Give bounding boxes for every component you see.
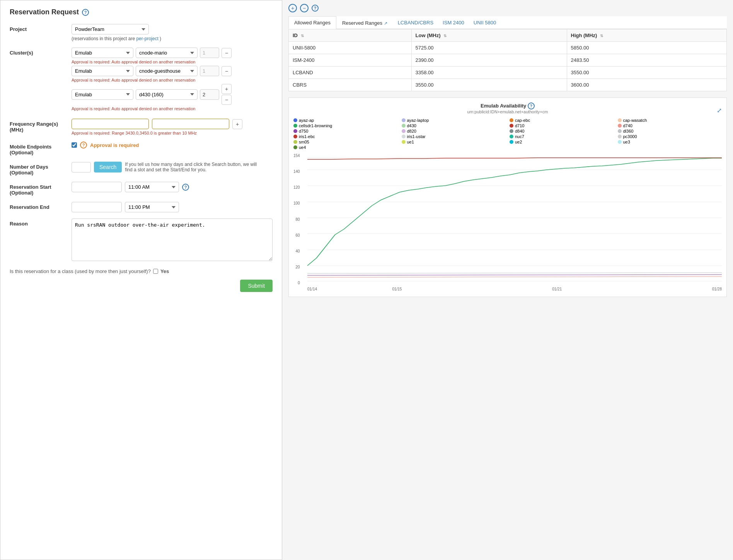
- legend-dot: [510, 135, 513, 138]
- class-yes-label: Yes: [160, 268, 169, 274]
- cluster-select-1[interactable]: Emulab: [72, 48, 133, 58]
- res-end-date[interactable]: 01/14/2025: [72, 202, 122, 212]
- legend-item: nuc7: [510, 134, 614, 139]
- cluster-select-2[interactable]: Emulab: [72, 66, 133, 76]
- legend-label: cap-ebc: [515, 118, 530, 123]
- res-end-time[interactable]: 11:00 PM: [125, 202, 179, 212]
- freq-add-button[interactable]: +: [232, 119, 242, 129]
- chart-help-icon[interactable]: ?: [312, 5, 319, 12]
- help-icon[interactable]: ?: [82, 9, 89, 16]
- legend-item: iris1-ebc: [293, 134, 398, 139]
- x-label-0121: 01/21: [552, 287, 562, 291]
- cluster-remove-1[interactable]: −: [222, 48, 232, 58]
- cell-high: 3600.00: [567, 79, 726, 91]
- cluster-count-up-3[interactable]: +: [222, 84, 232, 94]
- per-project-link[interactable]: per-project: [136, 36, 158, 41]
- cell-low: 5725.00: [411, 42, 567, 54]
- tab-ism-2400[interactable]: ISM 2400: [438, 17, 469, 29]
- legend-label: d840: [515, 129, 524, 133]
- y-label-20: 20: [293, 265, 300, 269]
- node-select-1[interactable]: cnode-mario: [136, 48, 198, 58]
- mobile-content: ? Approval is required: [72, 142, 273, 149]
- tab-unii-5800[interactable]: UNII 5800: [469, 17, 501, 29]
- chart-title-help[interactable]: ?: [528, 102, 535, 109]
- legend-label: ue1: [407, 140, 414, 144]
- tab-lcband-cbrs[interactable]: LCBAND/CBRS: [393, 17, 438, 29]
- node-select-2[interactable]: cnode-guesthouse: [136, 66, 198, 76]
- cluster-select-3[interactable]: Emulab: [72, 89, 133, 100]
- res-end-content: 01/14/2025 11:00 PM: [72, 202, 273, 212]
- col-low[interactable]: Low (MHz) ⇅: [411, 29, 567, 42]
- cluster-count-1[interactable]: [200, 48, 219, 58]
- legend-item: ue1: [402, 140, 506, 144]
- res-start-label: Reservation Start(Optional): [10, 182, 72, 196]
- page-title: Reservation Request ?: [10, 8, 273, 16]
- days-row: Number of Days(Optional) 0 Search If you…: [10, 162, 273, 176]
- legend-dot: [293, 124, 297, 128]
- legend-dot: [510, 129, 513, 133]
- cell-low: 2390.00: [411, 54, 567, 67]
- mobile-row: Mobile Endpoints(Optional) ? Approval is…: [10, 142, 273, 155]
- submit-row: Submit: [10, 280, 273, 292]
- cell-id: UNII-5800: [289, 42, 412, 54]
- submit-button[interactable]: Submit: [240, 280, 273, 292]
- cluster-count-3[interactable]: [200, 89, 219, 100]
- zoom-in-icon[interactable]: +: [288, 4, 297, 12]
- y-label-140: 140: [293, 169, 300, 174]
- freq-low-input[interactable]: 3430.0: [72, 119, 149, 129]
- class-checkbox[interactable]: [153, 269, 158, 274]
- chart-svg: [307, 154, 722, 285]
- clusters-content: Emulab cnode-mario − Approval is require…: [72, 48, 273, 113]
- res-start-inputs: 01/14/2025 11:00 AM ?: [72, 182, 273, 192]
- node-select-3[interactable]: d430 (160): [136, 89, 198, 100]
- legend-dot: [293, 129, 297, 133]
- col-id[interactable]: ID ⇅: [289, 29, 412, 42]
- legend-item: d840: [510, 129, 614, 133]
- legend-label: d430: [407, 123, 416, 128]
- legend-dot: [293, 145, 297, 149]
- days-input[interactable]: 0: [72, 162, 91, 172]
- legend-label: cap-wasatch: [623, 118, 647, 123]
- legend-label: ue4: [299, 145, 306, 150]
- table-row: UNII-5800 5725.00 5850.00: [289, 42, 727, 54]
- res-end-label: Reservation End: [10, 202, 72, 210]
- res-start-help-icon[interactable]: ?: [182, 184, 189, 191]
- freq-inputs-row: 3430.0 3450.0 +: [72, 119, 273, 129]
- reason-textarea[interactable]: Run srsRAN outdoor over-the-air experime…: [72, 219, 273, 261]
- cell-id: CBRS: [289, 79, 412, 91]
- legend-item: cap-wasatch: [618, 118, 722, 123]
- legend-label: ue3: [623, 140, 630, 144]
- cluster-count-down-3[interactable]: −: [222, 95, 232, 105]
- project-select[interactable]: PowderTeam: [72, 24, 149, 34]
- table-row: CBRS 3550.00 3600.00: [289, 79, 727, 91]
- res-start-time[interactable]: 11:00 AM: [125, 182, 179, 192]
- y-label-100: 100: [293, 201, 300, 205]
- legend-dot: [293, 135, 297, 138]
- legend-label: d740: [623, 123, 632, 128]
- project-note: (reservations in this project are per-pr…: [72, 36, 273, 41]
- legend-label: cellsdr1-browning: [299, 123, 332, 128]
- freq-high-input[interactable]: 3450.0: [152, 119, 229, 129]
- right-panel: + − ? Allowed Ranges Reserved Ranges ↗ L…: [282, 0, 733, 560]
- approval-warning-2: Approval is required: Auto approval deni…: [72, 78, 273, 82]
- legend-dot: [510, 140, 513, 144]
- cluster-count-2[interactable]: [200, 66, 219, 76]
- fullscreen-icon[interactable]: ⤢: [717, 107, 722, 114]
- res-start-content: 01/14/2025 11:00 AM ?: [72, 182, 273, 192]
- cluster-remove-2[interactable]: −: [222, 66, 232, 76]
- col-high[interactable]: High (MHz) ⇅: [567, 29, 726, 42]
- legend-item: pc3000: [618, 134, 722, 139]
- res-end-row: Reservation End 01/14/2025 11:00 PM: [10, 202, 273, 212]
- tab-allowed-ranges[interactable]: Allowed Ranges: [288, 16, 336, 29]
- cell-id: ISM-2400: [289, 54, 412, 67]
- legend-label: nuc7: [515, 134, 524, 139]
- mobile-help-icon[interactable]: ?: [80, 142, 87, 149]
- legend-item: d820: [402, 129, 506, 133]
- mobile-checkbox[interactable]: [72, 142, 77, 148]
- legend-label: sm05: [299, 140, 309, 144]
- mobile-label: Mobile Endpoints(Optional): [10, 142, 72, 155]
- search-button[interactable]: Search: [94, 162, 122, 172]
- res-start-date[interactable]: 01/14/2025: [72, 182, 122, 192]
- tab-reserved-ranges[interactable]: Reserved Ranges ↗: [336, 17, 393, 29]
- zoom-out-icon[interactable]: −: [300, 4, 309, 12]
